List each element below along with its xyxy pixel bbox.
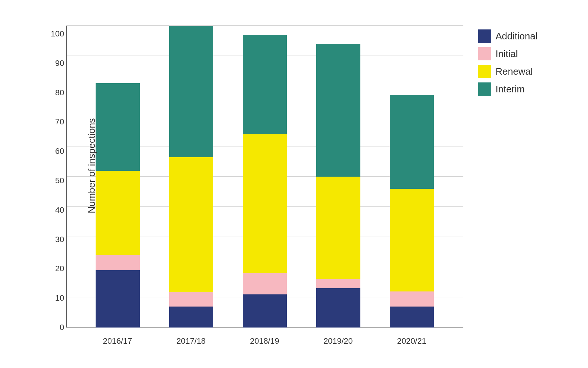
bar-segment-renewal xyxy=(169,157,213,291)
x-tick-label: 2016/17 xyxy=(103,336,132,346)
x-tick-label: 2019/20 xyxy=(324,336,353,346)
bar-segment-interim xyxy=(390,95,434,189)
legend-item-initial: Initial xyxy=(478,47,552,60)
y-tick-label: 0 xyxy=(46,323,64,332)
y-axis-label: Number of inspections xyxy=(86,118,97,213)
legend-item-additional: Additional xyxy=(478,29,552,43)
chart-container: 0102030405060708090100 2016/172017/18201… xyxy=(37,18,552,350)
bar-segment-interim xyxy=(169,26,213,157)
legend-color-interim xyxy=(478,82,491,96)
bar-group: 2019/20 xyxy=(302,26,375,328)
legend-label-renewal: Renewal xyxy=(496,66,533,77)
bar-stack xyxy=(316,26,360,328)
bar-segment-initial xyxy=(243,273,287,294)
legend-label-initial: Initial xyxy=(496,48,518,60)
legend-label-additional: Additional xyxy=(496,31,538,42)
bar-segment-renewal xyxy=(390,189,434,291)
bar-segment-renewal xyxy=(243,134,287,273)
bar-segment-additional xyxy=(390,307,434,328)
legend-color-renewal xyxy=(478,65,491,78)
bar-segment-interim xyxy=(316,44,360,177)
bar-segment-additional xyxy=(243,294,287,328)
bar-segment-initial xyxy=(316,279,360,289)
bar-group: 2020/21 xyxy=(375,26,449,328)
legend-color-additional xyxy=(478,29,491,43)
bar-segment-additional xyxy=(316,288,360,328)
x-tick-label: 2018/19 xyxy=(250,336,279,346)
bar-segment-initial xyxy=(390,291,434,307)
bar-segment-renewal xyxy=(316,177,360,279)
bar-stack xyxy=(169,26,213,328)
y-label-container: Number of inspections xyxy=(44,26,139,305)
plot-area: 0102030405060708090100 2016/172017/18201… xyxy=(66,26,463,328)
x-tick-label: 2020/21 xyxy=(397,336,427,346)
legend-color-initial xyxy=(478,47,491,60)
legend-item-interim: Interim xyxy=(478,82,552,96)
bar-segment-initial xyxy=(169,292,213,307)
legend-label-interim: Interim xyxy=(496,84,525,95)
bar-group: 2017/18 xyxy=(154,26,228,328)
chart-area: 0102030405060708090100 2016/172017/18201… xyxy=(37,18,471,350)
bar-segment-additional xyxy=(169,307,213,328)
legend-item-renewal: Renewal xyxy=(478,65,552,78)
bar-stack xyxy=(243,26,287,328)
bar-group: 2018/19 xyxy=(228,26,302,328)
bar-stack xyxy=(390,26,434,328)
x-tick-label: 2017/18 xyxy=(177,336,206,346)
bar-segment-interim xyxy=(243,35,287,135)
legend: AdditionalInitialRenewalInterim xyxy=(471,18,552,350)
